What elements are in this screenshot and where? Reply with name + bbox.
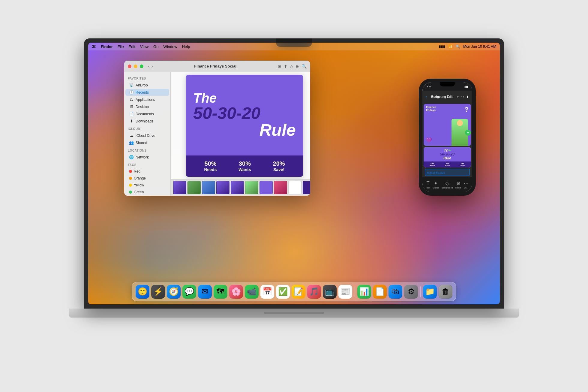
- sidebar-tag-red[interactable]: Red: [125, 168, 169, 175]
- iphone-add-button[interactable]: +: [465, 130, 471, 136]
- dock-notes[interactable]: 📝: [292, 285, 305, 299]
- selected-card-text: 50-30-20 Title Card: [427, 172, 445, 174]
- menu-window[interactable]: Window: [163, 44, 177, 49]
- thumb-2[interactable]: [188, 181, 201, 194]
- dock-messages[interactable]: 💬: [182, 285, 196, 299]
- sidebar-tag-orange[interactable]: Orange: [125, 175, 169, 182]
- sidebar-section-favorites: Favorites: [124, 74, 170, 81]
- sidebar-item-applications[interactable]: 🗂 Applications: [125, 96, 169, 103]
- menu-help[interactable]: Help: [182, 44, 190, 49]
- dock-pages[interactable]: 📄: [373, 285, 387, 299]
- iphone-redo-icon[interactable]: ↪: [461, 95, 464, 98]
- iphone-5030-card[interactable]: Th+ 50-30-20 Rule 50%Needs 30%Wants 20%S…: [424, 147, 471, 167]
- iphone-tool-sti[interactable]: ⋯ Sti...: [464, 180, 469, 189]
- design-stat-wants: 30% Wants: [238, 160, 251, 172]
- dock-calendar[interactable]: 📅: [260, 285, 274, 299]
- more-icon[interactable]: ⊕: [296, 64, 299, 69]
- sidebar-tag-green[interactable]: Green: [125, 189, 169, 195]
- iphone-tool-media[interactable]: ⊕ Media: [455, 180, 461, 189]
- menu-view[interactable]: View: [140, 44, 148, 49]
- dock-numbers[interactable]: 📊: [357, 285, 371, 299]
- dock-news[interactable]: 📰: [338, 285, 352, 299]
- menu-go[interactable]: Go: [153, 44, 158, 49]
- dock-mail[interactable]: ✉: [198, 285, 212, 299]
- sidebar-label-airdrop: AirDrop: [136, 83, 148, 87]
- thumb-10[interactable]: [303, 181, 310, 194]
- iphone-finance-card[interactable]: Finance Fridays ? 💜: [424, 104, 471, 146]
- thumb-4[interactable]: [216, 181, 230, 194]
- sidebar-item-airdrop[interactable]: 📡 AirDrop: [125, 82, 169, 89]
- menu-file[interactable]: File: [118, 44, 124, 49]
- tag-yellow-label: Yellow: [134, 183, 144, 187]
- dock-photos[interactable]: 🌸: [229, 285, 243, 299]
- background-tool-icon: ◇: [446, 180, 449, 186]
- sidebar-item-recents[interactable]: 🕐 Recents: [125, 89, 169, 96]
- iphone-back-icon[interactable]: ‹: [426, 95, 427, 99]
- thumb-8[interactable]: [274, 181, 287, 194]
- design-text-rule-numbers: 50-30-20: [193, 105, 260, 122]
- minimize-button[interactable]: [134, 65, 137, 68]
- apple-menu[interactable]: ⌘: [92, 44, 96, 49]
- share-icon[interactable]: ⬆: [284, 64, 287, 69]
- thumb-6[interactable]: [245, 181, 258, 194]
- thumb-3[interactable]: [202, 181, 215, 194]
- dock-reminders[interactable]: ✅: [276, 285, 290, 299]
- sidebar-item-downloads[interactable]: ⬇ Downloads: [125, 118, 169, 125]
- dock-tv[interactable]: 📺: [323, 285, 337, 299]
- dock-safari[interactable]: 🧭: [167, 285, 181, 299]
- finder-body: Favorites 📡 AirDrop 🕐 Recents 🗂: [124, 72, 310, 196]
- close-button[interactable]: [128, 65, 131, 68]
- media-tool-icon: ⊕: [456, 180, 460, 186]
- dock-launchpad[interactable]: ⚡: [151, 285, 165, 299]
- design-stat-needs: 50% Needs: [204, 160, 217, 172]
- sidebar-section-tags: Tags: [124, 161, 170, 168]
- design-card[interactable]: The 50-30-20 Rule 50% Needs: [186, 75, 303, 177]
- wifi-icon: 📶: [448, 44, 453, 49]
- applications-icon: 🗂: [129, 97, 134, 102]
- forward-arrow[interactable]: ›: [152, 64, 153, 69]
- dock: 🙂 ⚡ 🧭 💬 ✉ 🗺 🌸 📹 📅 ✅ 📝 🎵 📺 📰 📊: [132, 282, 456, 301]
- sidebar-item-icloud-drive[interactable]: ☁ iCloud Drive: [125, 132, 169, 139]
- iphone-screen: 9:41 ▮▮▮ ‹ Budgeting Edit ↩ ↪ ⬆: [422, 82, 472, 192]
- sidebar-item-documents[interactable]: 📄 Documents: [125, 110, 169, 117]
- tag-icon[interactable]: ◇: [290, 64, 293, 69]
- sidebar-item-desktop[interactable]: 🖥 Desktop: [125, 103, 169, 110]
- tag-red-label: Red: [134, 169, 140, 173]
- iphone-heart-icon: 💜: [426, 137, 432, 143]
- thumb-5[interactable]: [231, 181, 244, 194]
- iphone-person-head: [457, 120, 463, 126]
- iphone-undo-icon[interactable]: ↩: [457, 95, 459, 98]
- iphone-share-icon[interactable]: ⬆: [466, 95, 469, 98]
- iphone-mockup: 9:41 ▮▮▮ ‹ Budgeting Edit ↩ ↪ ⬆: [419, 79, 476, 196]
- search-menubar-icon[interactable]: 🔍: [456, 44, 460, 49]
- menu-edit[interactable]: Edit: [129, 44, 135, 49]
- sti-tool-label: Sti...: [464, 187, 468, 189]
- dock-files[interactable]: 📁: [423, 285, 437, 299]
- dock-appstore[interactable]: 🛍: [388, 285, 402, 299]
- dock-finder[interactable]: 🙂: [136, 285, 149, 299]
- thumb-9[interactable]: [288, 181, 302, 194]
- app-name[interactable]: Finder: [101, 44, 113, 49]
- iphone-tool-sticker[interactable]: ✦ Sticker: [433, 180, 439, 189]
- dock-settings[interactable]: ⚙: [404, 285, 418, 299]
- sidebar-tag-yellow[interactable]: Yellow: [125, 182, 169, 188]
- thumb-1[interactable]: [173, 181, 186, 194]
- finder-search-icon[interactable]: 🔍: [302, 64, 307, 69]
- iphone-tool-background[interactable]: ◇ Background: [442, 180, 453, 189]
- view-toggle-icon[interactable]: ⊞: [278, 64, 281, 69]
- sidebar-item-shared[interactable]: 👥 Shared: [125, 139, 169, 146]
- finder-toolbar: ⊞ ⬆ ◇ ⊕ 🔍: [278, 64, 307, 69]
- dock-facetime[interactable]: 📹: [245, 285, 259, 299]
- dock-trash[interactable]: 🗑: [439, 285, 452, 299]
- design-card-bottom: 50% Needs 30% Wants 20%: [186, 155, 303, 177]
- iphone-tool-text[interactable]: T Text: [426, 181, 430, 189]
- sidebar-item-network[interactable]: 🌐 Network: [125, 154, 169, 161]
- maximize-button[interactable]: [140, 65, 143, 68]
- thumb-7[interactable]: [260, 181, 273, 194]
- selected-card-label: 50-30-20 Title Card: [425, 169, 470, 176]
- back-arrow[interactable]: ‹: [148, 64, 150, 69]
- iphone-finance-header: Finance Fridays ?: [424, 104, 471, 115]
- dock-music[interactable]: 🎵: [307, 285, 321, 299]
- dock-maps[interactable]: 🗺: [214, 285, 227, 299]
- icloud-icon: ☁: [129, 133, 134, 138]
